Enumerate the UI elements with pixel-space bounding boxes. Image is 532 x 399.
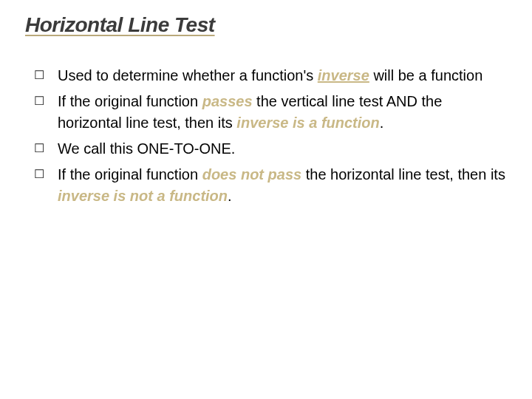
list-item-text: Used to determine whether a function's i… <box>58 65 507 86</box>
slide-title: Horizontal Line Test <box>25 13 507 37</box>
square-bullet-icon: ☐ <box>34 65 50 86</box>
list-item-text: If the original function does not pass t… <box>58 164 507 207</box>
list-item-text: We call this ONE-TO-ONE. <box>58 138 507 160</box>
list-item: ☐Used to determine whether a function's … <box>34 65 507 86</box>
square-bullet-icon: ☐ <box>34 91 50 112</box>
list-item: ☐If the original function does not pass … <box>34 164 507 207</box>
list-item-text: If the original function passes the vert… <box>58 91 507 134</box>
square-bullet-icon: ☐ <box>34 138 50 159</box>
list-item: ☐We call this ONE-TO-ONE. <box>34 138 507 160</box>
square-bullet-icon: ☐ <box>34 164 50 185</box>
bullet-list: ☐Used to determine whether a function's … <box>25 65 507 207</box>
list-item: ☐If the original function passes the ver… <box>34 91 507 134</box>
